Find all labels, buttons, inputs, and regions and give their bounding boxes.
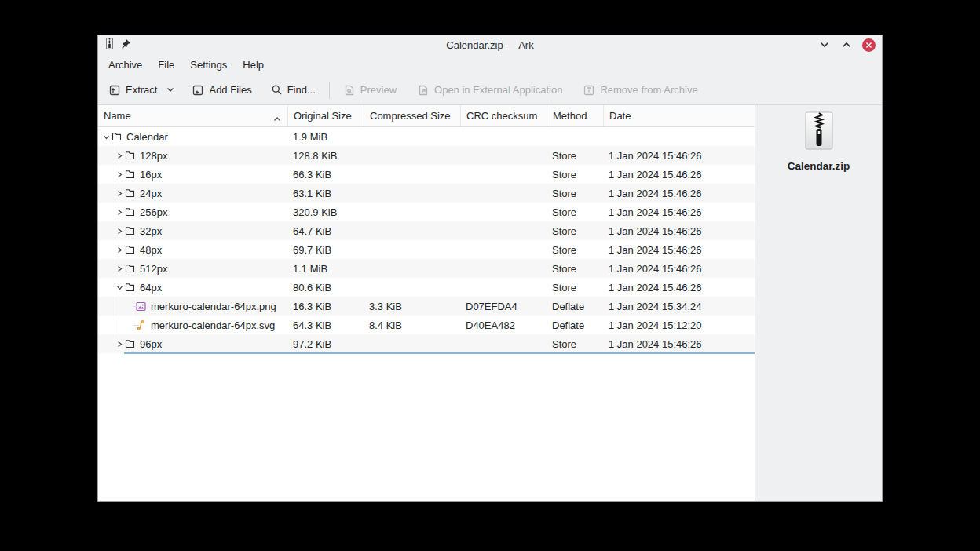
ark-window: Calendar.zip — Ark Archive File Settings… bbox=[97, 35, 883, 502]
name-cell: 512px bbox=[98, 263, 287, 275]
minimize-button[interactable] bbox=[818, 38, 831, 51]
cell-original-size: 97.2 KiB bbox=[287, 338, 364, 350]
column-header-date[interactable]: Date bbox=[603, 105, 755, 126]
cell-date: 1 Jan 2024 15:46:26 bbox=[603, 282, 755, 294]
cell-original-size: 16.3 KiB bbox=[287, 301, 364, 312]
cell-date: 1 Jan 2024 15:12:20 bbox=[603, 319, 755, 331]
expand-chevron-icon[interactable] bbox=[115, 339, 125, 349]
tree-guide-root bbox=[119, 144, 119, 344]
preview-button[interactable]: Preview bbox=[338, 80, 402, 100]
extract-button[interactable]: Extract bbox=[103, 80, 180, 100]
cell-original-size: 69.7 KiB bbox=[287, 244, 364, 256]
table-body: Calendar1.9 MiB128px128.8 KiBStore1 Jan … bbox=[98, 127, 755, 353]
name-cell: 64px bbox=[98, 282, 287, 294]
archive-table: Name Original Size Compressed Size CRC c… bbox=[98, 105, 755, 501]
cell-compressed-size: 3.3 KiB bbox=[364, 301, 460, 312]
cell-method: Store bbox=[547, 263, 603, 275]
maximize-button[interactable] bbox=[840, 38, 853, 51]
menu-item-settings[interactable]: Settings bbox=[182, 57, 235, 73]
expand-chevron-icon[interactable] bbox=[115, 207, 125, 217]
cell-method: Store bbox=[547, 206, 603, 218]
find-button[interactable]: Find... bbox=[265, 80, 321, 100]
table-row[interactable]: 64px80.6 KiBStore1 Jan 2024 15:46:26 bbox=[98, 278, 755, 297]
find-label: Find... bbox=[287, 84, 316, 96]
expand-chevron-icon[interactable] bbox=[115, 151, 125, 161]
table-row[interactable]: 512px1.1 MiBStore1 Jan 2024 15:46:26 bbox=[98, 259, 755, 278]
cell-method: Store bbox=[547, 150, 603, 162]
entry-name: merkuro-calendar-64px.png bbox=[151, 301, 276, 312]
cell-date: 1 Jan 2024 15:46:26 bbox=[603, 169, 755, 181]
folder-icon bbox=[125, 245, 135, 255]
extract-label: Extract bbox=[126, 84, 157, 96]
table-row[interactable]: 32px64.7 KiBStore1 Jan 2024 15:46:26 bbox=[98, 221, 755, 240]
cell-method: Deflate bbox=[547, 301, 603, 312]
expand-chevron-icon[interactable] bbox=[115, 264, 125, 274]
menu-item-help[interactable]: Help bbox=[235, 57, 272, 73]
entry-name: 48px bbox=[140, 244, 162, 256]
name-cell: 24px bbox=[98, 188, 287, 199]
name-cell: merkuro-calendar-64px.svg bbox=[98, 319, 287, 331]
cell-method: Store bbox=[547, 188, 603, 199]
table-row[interactable]: 96px97.2 KiBStore1 Jan 2024 15:46:26 bbox=[98, 334, 755, 353]
cell-original-size: 66.3 KiB bbox=[287, 169, 364, 181]
table-row[interactable]: 24px63.1 KiBStore1 Jan 2024 15:46:26 bbox=[98, 184, 755, 203]
expand-chevron-icon[interactable] bbox=[115, 188, 125, 199]
menu-item-file[interactable]: File bbox=[150, 57, 182, 73]
open-external-button[interactable]: Open in External Application bbox=[411, 80, 568, 100]
cell-date: 1 Jan 2024 15:46:26 bbox=[603, 244, 755, 256]
close-button[interactable] bbox=[862, 38, 876, 52]
cell-original-size: 64.7 KiB bbox=[287, 225, 364, 237]
entry-name: 128px bbox=[140, 150, 167, 162]
tree-guide-64px bbox=[133, 297, 133, 325]
table-row[interactable]: 256px320.9 KiBStore1 Jan 2024 15:46:26 bbox=[98, 203, 755, 221]
folder-icon bbox=[125, 188, 135, 199]
name-cell: 256px bbox=[98, 206, 287, 218]
cell-original-size: 128.8 KiB bbox=[287, 150, 364, 162]
expand-chevron-icon[interactable] bbox=[115, 245, 125, 255]
menu-item-archive[interactable]: Archive bbox=[101, 57, 150, 73]
entry-name: 512px bbox=[140, 263, 167, 275]
window-title: Calendar.zip — Ark bbox=[98, 39, 882, 51]
collapse-chevron-icon[interactable] bbox=[115, 283, 125, 293]
cell-date: 1 Jan 2024 15:34:24 bbox=[603, 301, 755, 312]
collapse-chevron-icon[interactable] bbox=[101, 132, 112, 142]
tree-branch-png bbox=[133, 306, 139, 307]
table-row[interactable]: Calendar1.9 MiB bbox=[98, 127, 755, 146]
expand-chevron-icon[interactable] bbox=[115, 226, 125, 236]
cell-method: Store bbox=[547, 338, 603, 350]
remove-from-archive-button[interactable]: Remove from Archive bbox=[577, 80, 703, 100]
column-header-original-size[interactable]: Original Size bbox=[287, 105, 364, 126]
expand-chevron-icon[interactable] bbox=[115, 170, 125, 180]
cell-original-size: 64.3 KiB bbox=[287, 319, 364, 331]
extract-icon bbox=[108, 84, 121, 97]
table-row[interactable]: 48px69.7 KiBStore1 Jan 2024 15:46:26 bbox=[98, 240, 755, 259]
menu-bar: Archive File Settings Help bbox=[98, 54, 882, 75]
column-header-method[interactable]: Method bbox=[547, 105, 603, 126]
remove-from-archive-label: Remove from Archive bbox=[600, 84, 697, 96]
name-cell: merkuro-calendar-64px.png bbox=[98, 301, 287, 312]
toolbar-separator bbox=[329, 82, 330, 99]
column-header-name[interactable]: Name bbox=[98, 105, 287, 126]
table-row[interactable]: 16px66.3 KiBStore1 Jan 2024 15:46:26 bbox=[98, 165, 755, 184]
cell-crc-checksum: D40EA482 bbox=[460, 319, 547, 331]
entry-name: 256px bbox=[140, 206, 167, 218]
extract-dropdown-chevron[interactable] bbox=[166, 87, 174, 93]
cell-compressed-size: 8.4 KiB bbox=[364, 319, 460, 331]
table-row[interactable]: merkuro-calendar-64px.svg64.3 KiB8.4 KiB… bbox=[98, 316, 755, 334]
column-header-compressed-size[interactable]: Compressed Size bbox=[364, 105, 460, 126]
table-row[interactable]: merkuro-calendar-64px.png16.3 KiB3.3 KiB… bbox=[98, 297, 755, 316]
cell-method: Store bbox=[547, 169, 603, 181]
name-cell: 128px bbox=[98, 150, 287, 162]
table-row[interactable]: 128px128.8 KiBStore1 Jan 2024 15:46:26 bbox=[98, 146, 755, 165]
add-files-button[interactable]: Add Files bbox=[186, 80, 257, 100]
cell-original-size: 80.6 KiB bbox=[287, 282, 364, 294]
cell-date: 1 Jan 2024 15:46:26 bbox=[603, 150, 755, 162]
open-external-icon bbox=[417, 84, 430, 97]
title-bar[interactable]: Calendar.zip — Ark bbox=[98, 35, 882, 54]
column-header-crc-checksum[interactable]: CRC checksum bbox=[460, 105, 547, 126]
toolbar: Extract Add Files Find... Preview bbox=[98, 75, 882, 104]
folder-icon bbox=[125, 170, 135, 180]
table-header: Name Original Size Compressed Size CRC c… bbox=[98, 105, 755, 127]
info-panel: Calendar.zip bbox=[755, 105, 882, 501]
entry-name: 96px bbox=[140, 338, 162, 350]
